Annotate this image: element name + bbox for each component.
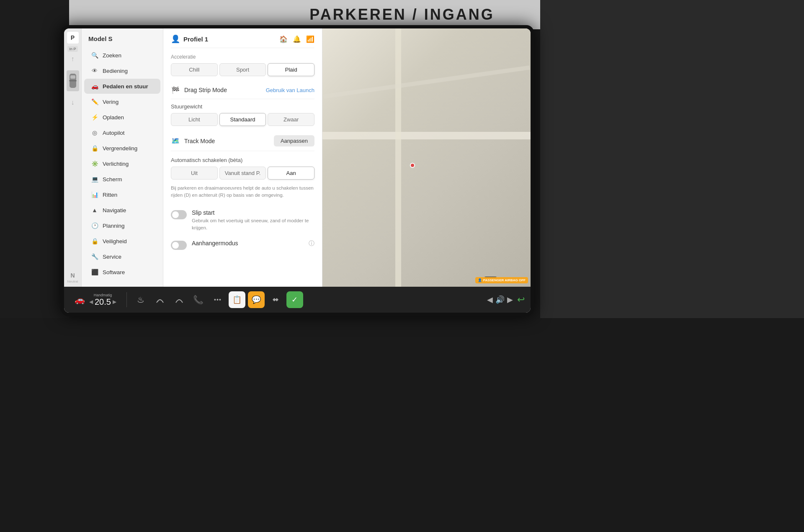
sidebar-item-vergrendeling[interactable]: 🔒 Vergrendeling xyxy=(84,141,160,156)
taskbar-separator-1 xyxy=(126,292,127,307)
gear-p-indicator: P xyxy=(67,32,79,44)
home-icon[interactable]: 🏠 xyxy=(279,35,288,43)
taskbar: 🚗 Handmatig ◀ 20.5 ▶ ♨ xyxy=(64,287,531,313)
passenger-icon: 👤 xyxy=(478,278,482,282)
steer-licht[interactable]: Licht xyxy=(171,113,218,126)
accel-sport[interactable]: Sport xyxy=(219,63,266,76)
sidebar-item-autopilot[interactable]: ◎ Autopilot xyxy=(84,125,160,140)
aanhanger-toggle[interactable] xyxy=(171,241,187,250)
sidebar-item-verlichting[interactable]: ✳️ Verlichting xyxy=(84,156,160,171)
car-svg xyxy=(68,73,77,89)
shift-uit[interactable]: Uit xyxy=(171,167,218,180)
check-icon[interactable]: ✓ xyxy=(286,291,303,308)
phone-symbol: 📞 xyxy=(193,295,204,305)
sidebar-item-software[interactable]: ⬛ Software xyxy=(84,265,160,280)
nav-icon: ▲ xyxy=(91,206,98,214)
sidebar-item-scherm[interactable]: 💻 Scherm xyxy=(84,172,160,187)
map-area: SOS 👤 PASSENGER AIRBAG OFF xyxy=(322,28,531,287)
airbag-text: PASSENGER AIRBAG OFF xyxy=(483,278,526,282)
gear-in-p-label: In P xyxy=(67,46,77,52)
stuurgewicht-options: Licht Standaard Zwaar xyxy=(171,113,314,126)
track-mode-label: Track Mode xyxy=(184,138,215,144)
sidebar-item-ritten[interactable]: 📊 Ritten xyxy=(84,187,160,202)
car-taskbar-icon[interactable]: 🚗 xyxy=(71,291,88,308)
bolt-icon: ⚡ xyxy=(91,113,98,121)
phone-icon[interactable]: 📞 xyxy=(190,291,207,308)
info-icon[interactable]: ⓘ xyxy=(309,240,314,247)
slip-start-toggle[interactable] xyxy=(171,210,187,219)
screen-content: P In P ↑ ↓ N Neutral Model S xyxy=(64,28,531,313)
gear-left-arrow[interactable]: ◀ xyxy=(89,299,93,305)
car-interior-right xyxy=(540,0,804,318)
notes-icon[interactable]: 📋 xyxy=(229,291,245,308)
sidebar-item-pedalen[interactable]: 🚗 Pedalen en stuur xyxy=(84,79,160,94)
stuurgewicht-title: Stuurgewicht xyxy=(171,103,314,110)
messages-icon[interactable]: 💬 xyxy=(248,291,265,308)
gear-temp-value: 20.5 xyxy=(95,297,111,307)
steer-standaard[interactable]: Standaard xyxy=(219,113,266,126)
gear-down-arrow: ↓ xyxy=(71,99,75,106)
screen-icon: 💻 xyxy=(91,175,98,183)
shift-vanuit[interactable]: Vanuit stand P. xyxy=(219,167,266,180)
parking-sign-text: PARKEREN / INGANG xyxy=(309,6,494,23)
volume-control: ◀ 🔊 ▶ xyxy=(487,295,513,304)
volume-right-arrow[interactable]: ▶ xyxy=(507,295,513,304)
sidebar-item-navigatie[interactable]: ▲ Navigatie xyxy=(84,203,160,218)
volume-icon[interactable]: 🔊 xyxy=(495,295,505,304)
notes-symbol: 📋 xyxy=(232,295,242,304)
model-label: Model S xyxy=(82,33,163,47)
shield-icon: 🔒 xyxy=(91,237,98,245)
sidebar-item-veiligheid[interactable]: 🔒 Veiligheid xyxy=(84,234,160,249)
screen-bezel: P In P ↑ ↓ N Neutral Model S xyxy=(61,25,534,316)
sidebar-item-opladen[interactable]: ⚡ Opladen xyxy=(84,110,160,125)
volume-left-arrow[interactable]: ◀ xyxy=(487,295,493,304)
map-marker xyxy=(410,163,415,168)
sidebar-item-zoeken[interactable]: 🔍 Zoeken xyxy=(84,48,160,63)
accel-plaid[interactable]: Plaid xyxy=(268,63,314,76)
auto-shift-options: Uit Vanuit stand P. Aan xyxy=(171,167,314,180)
svg-rect-1 xyxy=(70,75,75,79)
autopilot-icon: ◎ xyxy=(91,129,98,136)
stuurgewicht-section: Stuurgewicht Licht Standaard Zwaar xyxy=(171,103,314,126)
nav-arrows: ↩ xyxy=(517,294,525,305)
car-symbol: 🚗 xyxy=(75,295,85,305)
aanhanger-row: Aanhangermodus ⓘ xyxy=(171,236,314,254)
trackmode-icon: 🗺️ xyxy=(171,136,180,146)
trips-icon: 📊 xyxy=(91,191,98,198)
bell-icon[interactable]: 🔔 xyxy=(293,35,301,43)
check-symbol: ✓ xyxy=(291,295,298,304)
nav-forward-icon[interactable]: ↩ xyxy=(517,294,525,305)
sidebar-item-vering[interactable]: ✏️ Vering xyxy=(84,94,160,109)
accel-chill[interactable]: Chill xyxy=(171,63,218,76)
wiper-rear-icon[interactable] xyxy=(171,291,188,308)
profile-header: 👤 Profiel 1 🏠 🔔 📶 xyxy=(171,34,314,48)
steer-zwaar[interactable]: Zwaar xyxy=(268,113,314,126)
track-mode-row: 🗺️ Track Mode Aanpassen xyxy=(171,131,314,151)
dragstrip-icon: 🏁 xyxy=(171,85,180,95)
profile-icon: 👤 xyxy=(171,34,180,44)
shift-aan[interactable]: Aan xyxy=(268,167,314,180)
acceleration-title: Acceleratie xyxy=(171,54,314,60)
drag-strip-label: Drag Strip Mode xyxy=(184,87,227,93)
heat-seats-icon[interactable]: ♨ xyxy=(132,291,149,308)
slip-start-label: Slip start xyxy=(192,209,314,216)
more-icon[interactable]: ••• xyxy=(209,291,226,308)
launch-link[interactable]: Gebruik van Launch xyxy=(266,87,314,93)
sidebar-item-bediening[interactable]: 👁 Bediening xyxy=(84,63,160,78)
wiper-front-icon[interactable] xyxy=(152,291,168,308)
auto-shift-description: Bij parkeren en draaimanoeuvres helpt de… xyxy=(171,185,314,199)
eye-icon: 👁 xyxy=(91,67,98,75)
car-icon: 🚗 xyxy=(91,82,98,90)
auto-shift-title: Automatisch schakelen (bèta) xyxy=(171,157,314,163)
sidebar-item-service[interactable]: 🔧 Service xyxy=(84,249,160,264)
signal-icon[interactable]: 📶 xyxy=(306,35,314,43)
map-background xyxy=(322,28,531,287)
wrench-icon: 🔧 xyxy=(91,253,98,260)
slip-start-description: Gebruik om het voertuig uit sneeuw, zand… xyxy=(192,217,314,232)
gear-right-arrow[interactable]: ▶ xyxy=(113,299,116,305)
aanpassen-button[interactable]: Aanpassen xyxy=(274,135,314,146)
sidebar-item-planning[interactable]: 🕐 Planning xyxy=(84,218,160,233)
tidal-icon[interactable] xyxy=(267,291,284,308)
slip-start-content: Slip start Gebruik om het voertuig uit s… xyxy=(192,209,314,232)
search-icon: 🔍 xyxy=(91,51,98,59)
